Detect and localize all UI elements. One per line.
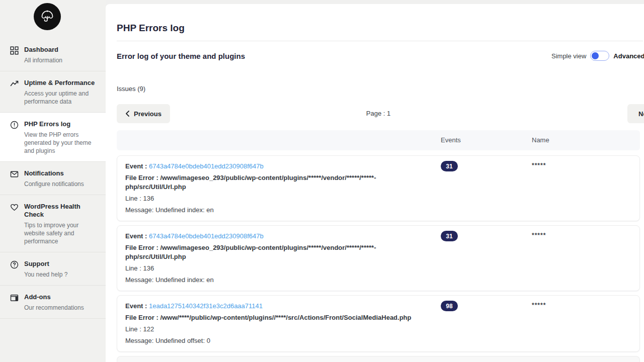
file-error-path: /www/****/public/wp-content/plugins//***… <box>160 314 411 321</box>
sidebar-item-label: PHP Errors log <box>24 120 99 128</box>
sidebar-item-label: Notifications <box>24 169 99 177</box>
addons-card-icon <box>10 294 19 302</box>
sidebar-item-description: You need help ? <box>24 270 99 279</box>
sidebar-item-label: Uptime & Performance <box>24 79 99 87</box>
sidebar-item-dashboard[interactable]: Dashboard All information <box>0 38 106 71</box>
question-circle-icon <box>10 260 19 269</box>
file-error-path: /www/imageseo_293/public/wp-content/plug… <box>125 174 376 191</box>
toggle-knob-icon <box>592 52 599 59</box>
next-error-row-partial <box>117 356 640 362</box>
line-label: Line : <box>125 264 141 272</box>
sidebar-item-description: Our recommendations <box>24 304 99 312</box>
name-cell: ***** <box>532 162 546 169</box>
message-value: Undefined index: en <box>155 276 214 284</box>
line-value: 122 <box>143 325 154 333</box>
sidebar-item-label: Support <box>24 260 99 268</box>
umbrella-icon <box>34 3 61 30</box>
events-count-badge: 31 <box>441 231 458 241</box>
events-count-badge: 31 <box>441 161 458 171</box>
sidebar-item-description: Access your uptime and performance data <box>24 89 99 106</box>
column-header-name: Name <box>532 130 549 150</box>
line-value: 136 <box>143 264 154 272</box>
event-id-link[interactable]: 6743a4784e0bdeb401edd230908f647b <box>149 162 264 170</box>
message-label: Message: <box>125 206 153 214</box>
events-count-badge: 98 <box>441 301 458 311</box>
issues-count: Issues (9) <box>117 85 644 93</box>
sidebar-item-description: All information <box>24 56 99 64</box>
sidebar-item-description: View the PHP errors generated by your th… <box>24 131 99 155</box>
line-chart-icon <box>10 79 19 88</box>
next-button[interactable]: Next <box>627 104 644 123</box>
file-error-label: File Error : <box>125 174 158 182</box>
advanced-view-label: Advanced View <box>613 52 644 60</box>
name-cell: ***** <box>532 302 546 309</box>
sidebar: Dashboard All information Uptime & Perfo… <box>0 0 106 362</box>
message-label: Message: <box>125 337 153 344</box>
sidebar-item-support[interactable]: Support You need help ? <box>0 252 106 286</box>
sidebar-item-notifications[interactable]: Notifications Configure notifications <box>0 162 106 195</box>
error-row: Event : 1eada1275140342f31e3c2d6aaa71141… <box>117 295 640 352</box>
error-row: Event : 6743a4784e0bdeb401edd230908f647b… <box>117 155 640 221</box>
alert-circle-icon <box>10 121 19 129</box>
sidebar-item-label: WordPress Health Check <box>24 203 99 219</box>
sidebar-item-php-errors-log[interactable]: PHP Errors log View the PHP errors gener… <box>0 113 106 162</box>
heart-icon <box>10 203 19 212</box>
event-label: Event : <box>125 232 147 240</box>
dashboard-grid-icon <box>10 46 19 55</box>
message-value: Undefined offset: 0 <box>155 337 210 344</box>
message-label: Message: <box>125 276 153 284</box>
event-label: Event : <box>125 162 147 170</box>
view-mode-toggle-group: Simple view Advanced View <box>551 51 644 61</box>
line-label: Line : <box>125 195 141 202</box>
name-cell: ***** <box>532 232 546 239</box>
line-value: 136 <box>143 195 154 202</box>
event-label: Event : <box>125 302 147 310</box>
sidebar-item-wordpress-health-check[interactable]: WordPress Health Check Tips to improve y… <box>0 195 106 252</box>
sidebar-item-description: Tips to improve your website safety and … <box>24 221 99 245</box>
event-id-link[interactable]: 1eada1275140342f31e3c2d6aaa71141 <box>149 302 263 310</box>
error-row: Event : 6743a4784e0bdeb401edd230908f647b… <box>117 225 640 291</box>
table-header: Events Name <box>117 130 640 150</box>
column-header-events: Events <box>441 130 461 150</box>
message-value: Undefined index: en <box>155 206 214 214</box>
file-error-path: /www/imageseo_293/public/wp-content/plug… <box>125 244 376 260</box>
logo <box>0 0 106 38</box>
line-label: Line : <box>125 325 141 333</box>
main-panel: PHP Errors log Error log of your theme a… <box>106 4 644 362</box>
sidebar-item-description: Configure notifications <box>24 180 99 188</box>
page-title: PHP Errors log <box>117 23 644 33</box>
page-indicator: Page : 1 <box>117 104 640 123</box>
file-error-label: File Error : <box>125 314 158 321</box>
title-divider <box>117 41 643 41</box>
sidebar-item-label: Dashboard <box>24 46 99 54</box>
sidebar-item-uptime-performance[interactable]: Uptime & Performance Access your uptime … <box>0 71 106 113</box>
simple-view-label: Simple view <box>551 52 586 60</box>
next-button-label: Next <box>638 110 644 118</box>
file-error-label: File Error : <box>125 244 158 251</box>
sidebar-item-add-ons[interactable]: Add-ons Our recommendations <box>0 286 106 319</box>
sidebar-item-label: Add-ons <box>24 293 99 301</box>
view-mode-toggle[interactable] <box>590 51 609 61</box>
event-id-link[interactable]: 6743a4784e0bdeb401edd230908f647b <box>149 232 264 240</box>
envelope-icon <box>10 170 19 178</box>
pagination: Previous Page : 1 Next <box>117 104 640 123</box>
